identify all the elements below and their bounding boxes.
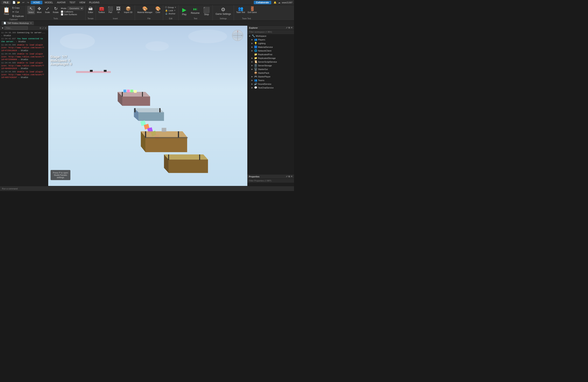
rotate-button[interactable]: ↻ Rotate [52,6,60,14]
notification-icon[interactable]: 🔔 [273,1,276,4]
new-file-icon[interactable]: 📄 [12,0,16,4]
tree-replicated-first[interactable]: ▶ 📁 ReplicatedFirst [248,53,294,56]
plugins-tab[interactable]: PLUGINS [87,1,101,4]
duplicate-button[interactable]: ⧉ Duplicate [11,14,25,18]
explorer-popout-icon[interactable]: ⧉ [288,26,290,29]
replicated-first-label: ReplicatedFirst [258,53,272,56]
tree-text-chat[interactable]: ▶ 💬 TextChatService [248,86,294,89]
team-test-button[interactable]: 👥 Team Test [235,6,246,14]
stop-label: Stop [204,13,209,16]
scale-button[interactable]: ⤢ Scale [43,6,51,14]
properties-close-icon[interactable]: ✕ [291,175,293,178]
starter-player-label: StarterPlayer [258,75,271,78]
stop-icon: ⬛ [203,7,210,13]
collaborate-button[interactable]: Collaborate [254,1,271,4]
play-button[interactable]: ▶ Play [180,6,189,17]
part-button[interactable]: ⬛ Part [106,6,114,14]
exit-game-button[interactable]: 🚪 Exit Game [247,6,258,14]
output-close-icon[interactable]: ✕ [45,27,46,29]
output-content: 11:34:38.389 Connecting to server... - S… [0,31,48,186]
exit-game-label: Exit Game [248,11,257,13]
move-button[interactable]: ✥ Move [35,6,43,14]
cut-button[interactable]: ✂ Cut [11,10,25,14]
toolbox-button[interactable]: 🧰 Toolbox [97,6,106,14]
tree-network-client[interactable]: ▶ 🌐 NetworkClient [248,49,294,53]
ui-label: UI [117,11,119,13]
terrain-section: 🏔 Editor Terrain [85,5,96,21]
explorer-header-icons: ⤢ ⧉ ✕ [286,26,293,29]
open-icon[interactable]: 📂 [17,0,21,4]
tree-replicated-storage[interactable]: ▶ 📁 ReplicatedStorage [248,56,294,60]
toolbox-label: Toolbox [98,11,105,13]
svg-rect-2 [90,70,93,72]
test-tab[interactable]: TEST [68,1,77,4]
svg-rect-12 [134,90,137,93]
properties-header: Properties ⤢ ⧉ ✕ [247,174,294,179]
test-title: Test [180,17,211,20]
log-source: - Studio [18,58,28,61]
status-text: Run a command [2,188,18,190]
model-tab[interactable]: MODEL [43,1,55,4]
join-surfaces-checkbox[interactable] [61,13,63,16]
tree-lighting[interactable]: ▶ 💡 Lighting [248,42,294,45]
material-manager-button[interactable]: 🎨 Material Manager [136,6,154,14]
cloud-icon[interactable]: ☁ [278,1,280,4]
mode-select[interactable]: Geometric [68,7,84,10]
tree-teams[interactable]: ▶ 👥 Teams [248,78,294,82]
tree-workspace[interactable]: ▶ 🔧 Workspace [248,34,294,38]
workspace-arrow: ▶ [249,35,251,37]
svg-rect-16 [134,108,136,112]
tree-starter-pack[interactable]: ▶ 📦 StarterPack [248,71,294,75]
explorer-close-icon[interactable]: ✕ [291,26,293,29]
tree-server-storage[interactable]: ▶ 🗄️ ServerStorage [248,64,294,67]
tree-material-service[interactable]: ▶ 🟦 MaterialService [248,45,294,49]
collisions-checkbox[interactable] [61,11,63,13]
properties-filter-input[interactable] [247,179,294,183]
anchor-row[interactable]: ⚓ Anchor [164,12,177,15]
settings-section: ⚙ Game Settings Settings [213,5,234,21]
tree-sound-service[interactable]: ▶ 🔊 SoundService [248,82,294,86]
ui-button[interactable]: 🖼 UI [115,6,122,14]
svg-marker-31 [168,159,208,173]
home-tab-label[interactable]: HOME [31,1,42,4]
output-filter-input[interactable] [4,26,28,30]
properties-header-icons: ⤢ ⧉ ✕ [286,175,293,178]
output-settings-icon[interactable]: ⚙ [40,27,42,29]
log-source: - Studio [18,76,28,79]
properties-expand-icon[interactable]: ⤢ [286,175,288,178]
editor-button[interactable]: 🏔 Editor [87,6,94,14]
svg-rect-9 [124,90,126,92]
undo-icon[interactable]: ↩ [21,0,25,4]
group-row[interactable]: ⬡ Group ▼ [164,6,177,9]
tree-starter-gui[interactable]: ▶ 🖥️ StarterGui [248,67,294,71]
document-tab[interactable]: 📄 TAP Roblox Workshop ✕ [1,21,34,25]
resume-label: Resume [191,12,200,14]
stop-button[interactable]: ⬛ Stop [201,6,211,17]
ribbon: 📋 Paste ⎘ Copy ✂ Cut ⧉ Duplicate Clipboa… [0,5,294,21]
resume-button[interactable]: ⏭ Resume [189,6,201,15]
paste-button[interactable]: 📋 Paste [2,6,11,16]
import-3d-button[interactable]: 📦 Import 3D [123,6,134,14]
color-button[interactable]: 🎨 Color [154,6,162,14]
file-button[interactable]: FILE [1,1,10,4]
svg-rect-34 [199,154,200,160]
viewport[interactable]: Stage: ?/? WalkSpeed: 0 JumpHeight: 0 Pr… [48,26,247,186]
tree-server-script-service[interactable]: ▶ 📜 ServerScriptService [248,60,294,64]
server-script-arrow: ▶ [252,61,253,63]
svg-rect-26 [145,131,146,138]
select-button[interactable]: ↖ Select [27,6,35,14]
avatar-tab[interactable]: AVATAR [55,1,67,4]
copy-button[interactable]: ⎘ Copy [11,6,25,10]
log-source: - Studio [1,34,11,37]
doc-tab-close[interactable]: ✕ [30,22,32,24]
tree-players[interactable]: ▶ 👥 Players [248,38,294,42]
explorer-expand-icon[interactable]: ⤢ [286,26,288,29]
view-tab[interactable]: VIEW [78,1,87,4]
explorer-filter-input[interactable] [248,30,294,34]
lock-row[interactable]: 🔒 Lock ▼ [164,9,177,12]
game-settings-button[interactable]: ⚙ Game Settings [214,6,232,16]
properties-popout-icon[interactable]: ⧉ [288,175,290,178]
output-expand-icon[interactable]: ⤢ [42,27,44,29]
redo-icon[interactable]: ↪ [26,0,30,4]
tree-starter-player[interactable]: ▶ 🎮 StarterPlayer [248,75,294,78]
